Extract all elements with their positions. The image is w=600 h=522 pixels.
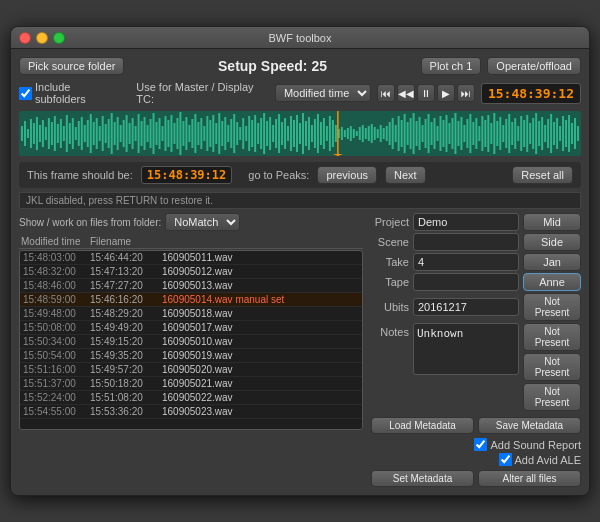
close-button[interactable]	[19, 32, 31, 44]
scene-input[interactable]	[413, 233, 519, 251]
tc-row: Include subfolders Use for Master / Disp…	[19, 81, 581, 105]
svg-rect-167	[517, 126, 519, 141]
file-list-item[interactable]: 15:50:54:0015:49:35:20160905019.wav	[20, 349, 362, 363]
tape-input[interactable]	[413, 273, 519, 291]
operate-offload-button[interactable]: Operate/offload	[487, 57, 581, 75]
add-avid-ale-checkbox[interactable]	[499, 453, 512, 466]
svg-rect-43	[147, 125, 149, 142]
file-name: 160905022.wav	[162, 392, 359, 403]
waveform-svg	[19, 111, 581, 156]
set-metadata-button[interactable]: Set Metadata	[371, 470, 474, 487]
jkl-status-bar: JKL disabled, press RETURN to restore it…	[19, 192, 581, 209]
svg-rect-98	[311, 125, 313, 142]
reset-all-button[interactable]: Reset all	[512, 166, 573, 184]
file-time: 15:50:08:00	[23, 322, 88, 333]
svg-rect-171	[529, 123, 531, 144]
add-avid-ale-label[interactable]: Add Avid ALE	[371, 453, 581, 466]
file-time: 15:48:32:00	[23, 266, 88, 277]
add-sound-report-label[interactable]: Add Sound Report	[371, 438, 581, 451]
ubits-row: Ubits Not Present	[371, 293, 581, 321]
play-button[interactable]: ▶	[437, 84, 455, 102]
mid-button[interactable]: Mid	[523, 213, 581, 231]
svg-rect-88	[281, 122, 283, 145]
svg-rect-52	[173, 123, 175, 144]
file-tc: 15:48:29:20	[90, 308, 160, 319]
svg-rect-58	[191, 119, 193, 148]
previous-peak-button[interactable]: previous	[317, 166, 377, 184]
svg-rect-24	[90, 114, 92, 153]
title-bar: BWF toolbox	[11, 27, 589, 49]
include-subfolders-checkbox[interactable]	[19, 87, 32, 100]
scene-label: Scene	[371, 236, 409, 248]
pause-button[interactable]: ⏸	[417, 84, 435, 102]
project-input[interactable]	[413, 213, 519, 231]
go-end-button[interactable]: ⏭	[457, 84, 475, 102]
file-list-item[interactable]: 15:52:24:0015:51:08:20160905022.wav	[20, 391, 362, 405]
file-list-item[interactable]: 15:50:08:0015:49:49:20160905017.wav	[20, 321, 362, 335]
svg-rect-100	[317, 114, 319, 153]
not-present-ubits-button[interactable]: Not Present	[523, 293, 581, 321]
not-present-2-button[interactable]: Not Present	[523, 323, 581, 351]
file-list-item[interactable]: 15:50:34:0015:49:15:20160905010.wav	[20, 335, 362, 349]
load-metadata-button[interactable]: Load Metadata	[371, 417, 474, 434]
rewind-button[interactable]: ◀◀	[397, 84, 415, 102]
anne-button[interactable]: Anne	[523, 273, 581, 291]
file-list-item[interactable]: 15:48:59:0015:46:16:20160905014.wav manu…	[20, 293, 362, 307]
svg-rect-64	[209, 120, 211, 147]
svg-rect-162	[502, 125, 504, 142]
master-tc-dropdown[interactable]: Modified time	[275, 84, 371, 102]
svg-rect-175	[541, 117, 543, 150]
not-present-3-button[interactable]: Not Present	[523, 353, 581, 381]
save-metadata-button[interactable]: Save Metadata	[478, 417, 581, 434]
svg-rect-120	[377, 129, 379, 138]
maximize-button[interactable]	[53, 32, 65, 44]
not-present-4-button[interactable]: Not Present	[523, 383, 581, 411]
file-list-item[interactable]: 15:48:32:0015:47:13:20160905012.wav	[20, 265, 362, 279]
plot-ch1-button[interactable]: Plot ch 1	[421, 57, 482, 75]
svg-rect-93	[296, 115, 298, 152]
svg-rect-19	[75, 127, 77, 140]
minimize-button[interactable]	[36, 32, 48, 44]
file-time: 15:48:03:00	[23, 252, 88, 263]
svg-rect-128	[401, 120, 403, 147]
pick-source-folder-button[interactable]: Pick source folder	[19, 57, 124, 75]
main-area: Show / work on files from folder: NoMatc…	[19, 213, 581, 487]
alter-all-files-button[interactable]: Alter all files	[478, 470, 581, 487]
svg-rect-70	[227, 125, 229, 142]
svg-rect-92	[293, 120, 295, 147]
notes-textarea[interactable]: Unknown	[413, 323, 519, 375]
next-peak-button[interactable]: Next	[385, 166, 426, 184]
jan-button[interactable]: Jan	[523, 253, 581, 271]
file-tc: 15:49:49:20	[90, 322, 160, 333]
svg-rect-50	[167, 120, 169, 147]
svg-rect-155	[481, 116, 483, 151]
file-list-item[interactable]: 15:54:55:0015:53:36:20160905023.wav	[20, 405, 362, 419]
file-list-item[interactable]: 15:51:37:0015:50:18:20160905021.wav	[20, 377, 362, 391]
window-title: BWF toolbox	[269, 32, 332, 44]
file-list-item[interactable]: 15:48:46:0015:47:27:20160905013.wav	[20, 279, 362, 293]
svg-rect-9	[45, 127, 47, 140]
svg-rect-99	[314, 119, 316, 148]
svg-rect-113	[356, 131, 358, 136]
svg-rect-104	[329, 116, 331, 151]
svg-rect-84	[269, 117, 271, 150]
side-button[interactable]: Side	[523, 233, 581, 251]
svg-rect-178	[550, 114, 552, 153]
notes-row: Notes Unknown Not Present Not Present No…	[371, 323, 581, 411]
svg-rect-73	[236, 122, 238, 145]
file-tc: 15:51:08:20	[90, 392, 160, 403]
include-subfolders-label[interactable]: Include subfolders	[19, 81, 120, 105]
file-list-item[interactable]: 15:51:16:0015:49:57:20160905020.wav	[20, 363, 362, 377]
take-input[interactable]	[413, 253, 519, 271]
svg-rect-115	[362, 125, 364, 142]
file-list-item[interactable]: 15:48:03:0015:46:44:20160905011.wav	[20, 251, 362, 265]
ubits-input[interactable]	[413, 298, 519, 316]
svg-rect-161	[499, 117, 501, 150]
svg-rect-157	[487, 115, 489, 152]
file-list-item[interactable]: 15:49:48:0015:48:29:20160905018.wav	[20, 307, 362, 321]
go-start-button[interactable]: ⏮	[377, 84, 395, 102]
add-sound-report-checkbox[interactable]	[474, 438, 487, 451]
svg-rect-147	[457, 121, 459, 146]
file-filter-dropdown[interactable]: NoMatch	[165, 213, 240, 231]
svg-rect-153	[475, 118, 477, 149]
